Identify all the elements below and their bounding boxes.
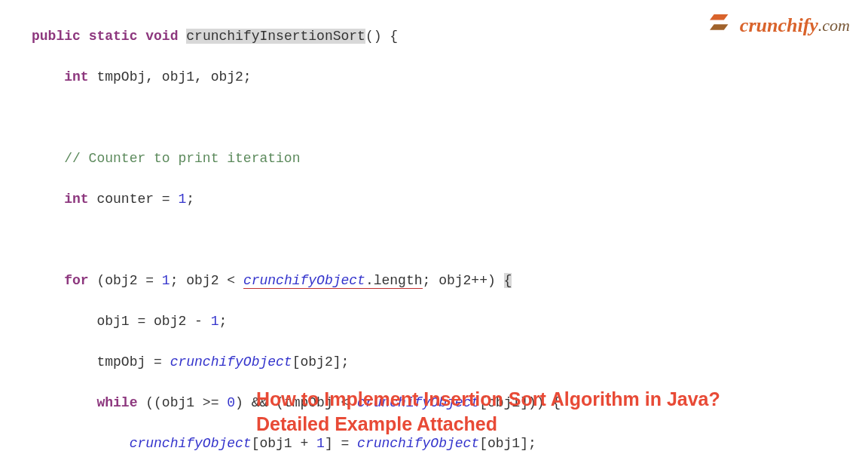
code-text: .: [365, 273, 374, 288]
keyword-static: static: [89, 29, 138, 44]
article-title: How to Implement Insertion Sort Algorith…: [256, 387, 720, 438]
code-text: counter =: [89, 192, 179, 207]
brace-match: {: [504, 273, 512, 288]
code-text: obj1 = obj2 -: [96, 314, 210, 329]
type-int: int: [64, 69, 88, 84]
title-line-1: How to Implement Insertion Sort Algorith…: [256, 387, 720, 413]
crunchify-icon: [707, 14, 735, 37]
code-blank-line: [32, 230, 868, 250]
code-text: tmpObj =: [96, 354, 170, 370]
type-int: int: [64, 192, 88, 207]
field-ref: crunchifyObject: [170, 354, 292, 370]
method-name: crunchifyInsertionSort: [186, 29, 365, 44]
code-text: () {: [365, 29, 398, 44]
code-text: [obj1];: [479, 436, 536, 451]
code-line-5: for (obj2 = 1; obj2 < crunchifyObject.le…: [32, 271, 868, 291]
keyword-for: for: [64, 273, 88, 288]
logo-suffix: .com: [818, 13, 850, 38]
code-text: ; obj2 <: [170, 273, 243, 288]
code-text: ] =: [325, 436, 357, 451]
brand-logo: crunchify.com: [707, 11, 850, 40]
property: length: [374, 273, 423, 288]
code-text: ((obj1 >=: [137, 395, 227, 410]
number: 1: [211, 314, 219, 329]
code-line-3: // Counter to print iteration: [32, 149, 868, 169]
code-line-4: int counter = 1;: [32, 189, 868, 210]
code-line-2: int tmpObj, obj1, obj2;: [32, 67, 868, 87]
code-line-7: tmpObj = crunchifyObject[obj2];: [32, 352, 868, 373]
number: 1: [316, 436, 325, 451]
keyword-public: public: [32, 29, 81, 44]
code-text: ;: [186, 192, 194, 207]
code-text: ;: [219, 314, 227, 329]
code-blank-line: [32, 108, 868, 128]
code-text: ; obj2++): [423, 273, 504, 288]
code-text: [obj1 +: [252, 436, 316, 451]
title-line-2: Detailed Example Attached: [256, 412, 720, 437]
logo-brand-text: crunchify: [740, 11, 818, 40]
field-ref: crunchifyObject: [357, 436, 479, 451]
keyword-void: void: [145, 29, 178, 44]
comment: // Counter to print iteration: [64, 151, 300, 166]
code-line-6: obj1 = obj2 - 1;: [32, 311, 868, 332]
number: 0: [227, 395, 235, 410]
code-text: (obj2 =: [89, 273, 162, 288]
code-text: [obj2];: [292, 354, 350, 370]
field-ref: crunchifyObject: [243, 273, 365, 288]
field-ref: crunchifyObject: [130, 436, 252, 451]
number: 1: [162, 273, 170, 288]
number: 1: [178, 192, 186, 207]
keyword-while: while: [96, 395, 137, 410]
code-text: tmpObj, obj1, obj2;: [89, 69, 252, 84]
